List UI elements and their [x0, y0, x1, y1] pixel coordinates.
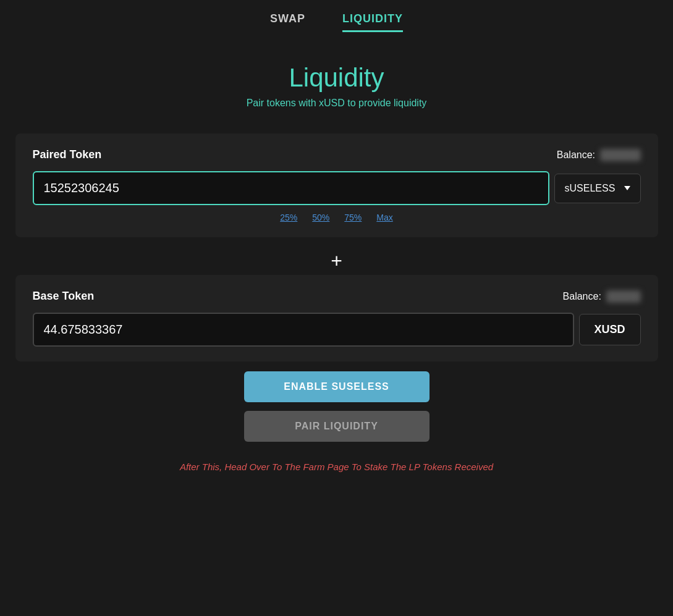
base-token-name: XUSD — [579, 314, 641, 345]
percent-50-button[interactable]: 50% — [312, 213, 329, 222]
base-token-card: Base Token Balance: •••••••• XUSD — [15, 275, 658, 361]
paired-token-card: Paired Token Balance: •••••••••• sUSELES… — [15, 133, 658, 237]
tab-swap[interactable]: SWAP — [270, 12, 305, 32]
paired-token-label: Paired Token — [33, 148, 102, 161]
paired-token-input-row: sUSELESS — [33, 171, 641, 205]
chevron-down-icon — [624, 186, 630, 190]
percent-25-button[interactable]: 25% — [280, 213, 297, 222]
main-content: Liquidity Pair tokens with xUSD to provi… — [15, 38, 658, 472]
paired-token-selector[interactable]: sUSELESS — [554, 174, 641, 203]
action-buttons: ENABLE SUSELESS PAIR LIQUIDITY — [244, 371, 430, 457]
tab-liquidity[interactable]: LIQUIDITY — [342, 12, 403, 32]
page-subtitle: Pair tokens with xUSD to provide liquidi… — [247, 98, 427, 109]
base-token-balance: Balance: •••••••• — [563, 290, 641, 303]
plus-symbol: + — [331, 250, 342, 272]
paired-token-balance: Balance: •••••••••• — [557, 149, 641, 161]
pair-button[interactable]: PAIR LIQUIDITY — [244, 411, 430, 442]
page-title: Liquidity — [289, 63, 384, 93]
paired-token-input[interactable] — [33, 171, 549, 205]
paired-token-name: sUSELESS — [565, 183, 616, 194]
base-token-input[interactable] — [33, 313, 574, 347]
percent-75-button[interactable]: 75% — [344, 213, 362, 222]
nav-tabs: SWAP LIQUIDITY — [270, 0, 403, 32]
footer-message: After This, Head Over To The Farm Page T… — [180, 462, 493, 472]
base-balance-prefix: Balance: — [563, 291, 601, 302]
base-token-balance-value: •••••••• — [606, 290, 640, 303]
balance-prefix: Balance: — [557, 150, 595, 160]
percent-max-button[interactable]: Max — [376, 213, 392, 222]
base-token-input-row: XUSD — [33, 313, 641, 347]
paired-token-balance-value: •••••••••• — [600, 149, 640, 161]
base-token-header: Base Token Balance: •••••••• — [33, 290, 641, 303]
enable-button[interactable]: ENABLE SUSELESS — [244, 371, 430, 402]
percent-buttons: 25% 50% 75% Max — [33, 213, 641, 222]
paired-token-header: Paired Token Balance: •••••••••• — [33, 148, 641, 161]
base-token-label: Base Token — [33, 290, 95, 303]
